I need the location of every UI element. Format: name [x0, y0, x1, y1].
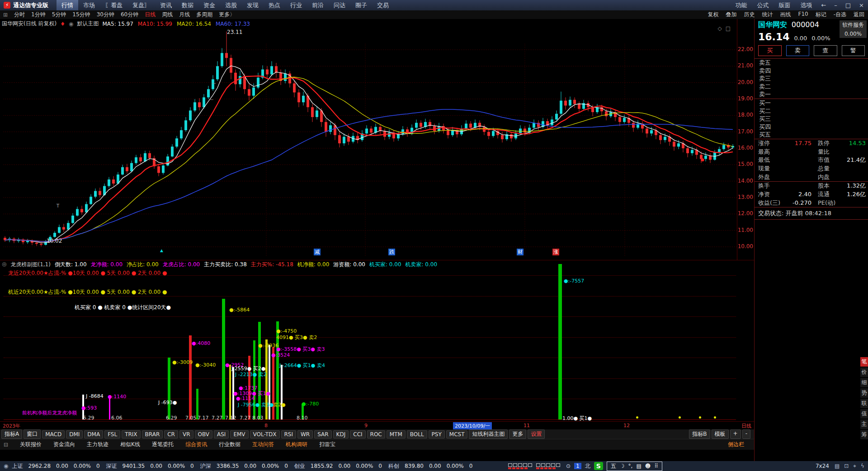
minimize-icon[interactable]: – [830, 1, 841, 9]
menu-行业[interactable]: 行业 [285, 0, 307, 11]
indicator-tab-EMV[interactable]: EMV [230, 430, 248, 438]
scheme-label[interactable]: 默认主图 [77, 20, 99, 28]
close-icon[interactable]: × [855, 1, 868, 9]
indicator-tab-DMA[interactable]: DMA [84, 430, 103, 438]
industry-label[interactable]: 软件服务 [842, 21, 864, 29]
menu-功能[interactable]: 功能 [730, 0, 752, 11]
function-tab-资金流向[interactable]: 资金流向 [53, 441, 75, 448]
period-多周期[interactable]: 多周期 [193, 10, 216, 19]
trade-button-警[interactable]: 警 [842, 45, 865, 56]
function-tab-互动问答[interactable]: 互动问答 [252, 441, 274, 448]
function-tab-关联报价[interactable]: 关联报价 [20, 441, 42, 448]
menu-发现[interactable]: 发现 [242, 0, 264, 11]
indicator-tab-TRIX[interactable]: TRIX [122, 430, 140, 438]
menu-选项[interactable]: 选项 [795, 0, 817, 11]
indicator-tab-VOL-TDX[interactable]: VOL-TDX [250, 430, 280, 438]
menu-复盘〗[interactable]: 复盘〗 [127, 0, 155, 11]
indicator-tab-OBV[interactable]: OBV [195, 430, 213, 438]
indicator-tab-MACD[interactable]: MACD [42, 430, 65, 438]
s-logo-icon[interactable]: S [594, 462, 603, 470]
menu-问达[interactable]: 问达 [329, 0, 350, 11]
indicator-tab-设置[interactable]: 设置 [528, 429, 545, 439]
period-日线[interactable]: 日线 [142, 10, 159, 19]
trade-button-卖[interactable]: 卖 [786, 45, 810, 56]
function-tab-相似K线[interactable]: 相似K线 [120, 441, 140, 448]
index-沪深[interactable]: 沪深3386.350.000.00%0 [200, 462, 288, 470]
keyboard-wizard-icon[interactable]: ▤ [636, 463, 641, 469]
sidebar-toggle[interactable]: 侧边栏 [728, 441, 744, 448]
indicator-tab-DMI[interactable]: DMI [66, 430, 83, 438]
collapse-icon[interactable]: ⊟ [4, 442, 8, 448]
period-5分钟[interactable]: 5分钟 [49, 10, 70, 19]
menu-市场[interactable]: 市场 [78, 0, 100, 11]
side-tab-笔[interactable]: 笔 [860, 357, 868, 367]
indicator-tab-CCI[interactable]: CCI [350, 430, 365, 438]
tool-F10[interactable]: F10 [794, 10, 811, 19]
indicator-tab-模板[interactable]: 模板 [712, 429, 729, 439]
menu-资讯[interactable]: 资讯 [155, 0, 177, 11]
period-30分钟[interactable]: 30分钟 [94, 10, 118, 19]
index-科创[interactable]: 科创839.800.000.00%0 [388, 462, 472, 470]
indicator-tab-BRAR[interactable]: BRAR [142, 430, 163, 438]
main-candle-chart[interactable]: 国华网安(日线 前复权) ♦ ◉ 默认主图 MA5: 15.97MA10: 15… [0, 19, 754, 260]
tool-历史[interactable]: 历史 [740, 10, 758, 19]
tool-统计[interactable]: 统计 [758, 10, 776, 19]
five-boards-icon[interactable]: 五 [611, 462, 616, 470]
menu-数据[interactable]: 数据 [177, 0, 198, 11]
function-tab-行业数据[interactable]: 行业数据 [219, 441, 241, 448]
menu-热点[interactable]: 热点 [264, 0, 285, 11]
indicator-tab-更多[interactable]: 更多 [509, 429, 526, 439]
user-icon[interactable]: ☻ [645, 463, 651, 469]
tool-画线[interactable]: 画线 [776, 10, 794, 19]
night-mode-icon[interactable]: ☽ [620, 463, 625, 469]
menu-公式[interactable]: 公式 [752, 0, 774, 11]
indicator-tab-RSI[interactable]: RSI [281, 430, 297, 438]
north-funds-icon[interactable]: 北 [585, 462, 590, 470]
indicator-tab-CR[interactable]: CR [164, 430, 178, 438]
menu-圈子[interactable]: 圈子 [350, 0, 372, 11]
side-tab-价[interactable]: 价 [860, 367, 868, 377]
tool-叠加[interactable]: 叠加 [722, 10, 740, 19]
side-tab-值[interactable]: 值 [860, 409, 868, 419]
function-tab-逐笔委托[interactable]: 逐笔委托 [152, 441, 174, 448]
trade-button-买[interactable]: 买 [758, 45, 782, 56]
side-tab-主[interactable]: 主 [860, 419, 868, 429]
menu-选股[interactable]: 选股 [220, 0, 242, 11]
event-marker-减[interactable]: 减 [314, 249, 321, 255]
connection-speed-icon[interactable]: ϟ [861, 463, 864, 469]
menu-前沿[interactable]: 前沿 [307, 0, 329, 11]
status-lead-icon[interactable]: ◉ [4, 463, 8, 469]
menu-资金[interactable]: 资金 [198, 0, 220, 11]
event-marker-跌[interactable]: 跌 [388, 249, 395, 255]
voice-icon[interactable]: °, [628, 463, 633, 469]
side-tab-联[interactable]: 联 [860, 399, 868, 408]
indicator-tab--[interactable]: - [742, 429, 750, 439]
period-60分钟[interactable]: 60分钟 [118, 10, 142, 19]
event-marker-涨[interactable]: 涨 [552, 249, 559, 255]
indicator-tab-PSY[interactable]: PSY [429, 430, 445, 438]
side-tab-筹[interactable]: 筹 [860, 430, 868, 439]
function-tab-主力轨迹[interactable]: 主力轨迹 [87, 441, 108, 448]
menu-行情[interactable]: 行情 [57, 0, 78, 11]
period-月线[interactable]: 月线 [176, 10, 193, 19]
date-axis[interactable]: 2023年 2023/10/09/一 日线 891112 [0, 421, 754, 430]
tool-返回[interactable]: 返回 [850, 10, 868, 19]
diamond-tool-icon[interactable]: ◇ [717, 25, 722, 32]
function-tab-综合资讯[interactable]: 综合资讯 [185, 441, 207, 448]
satellite-icon[interactable]: ⌖ [853, 463, 856, 469]
indicator-tab-BOLL[interactable]: BOLL [407, 430, 427, 438]
index-创业[interactable]: 创业1855.920.000.00%0 [294, 462, 382, 470]
tool--自选[interactable]: -自选 [830, 10, 850, 19]
indicator-tab-指标A[interactable]: 指标A [1, 429, 22, 439]
indicator-tab-窗口[interactable]: 窗口 [24, 429, 41, 439]
monitor-icon[interactable]: ⊡ [844, 463, 849, 469]
trade-button-查[interactable]: 查 [814, 45, 837, 56]
layout-switch-icon[interactable]: ⊞ [0, 11, 11, 19]
indicator-tab-MTM[interactable]: MTM [387, 430, 406, 438]
indicator-tab-指标B[interactable]: 指标B [689, 429, 710, 439]
period-周线[interactable]: 周线 [159, 10, 176, 19]
subchart-icon[interactable]: ◎ [2, 261, 6, 268]
pane-layout-icon[interactable]: □ [726, 25, 731, 32]
menu-〖看盘[interactable]: 〖看盘 [100, 0, 127, 11]
index-深证[interactable]: 深证9401.350.000.00%0 [106, 462, 194, 470]
